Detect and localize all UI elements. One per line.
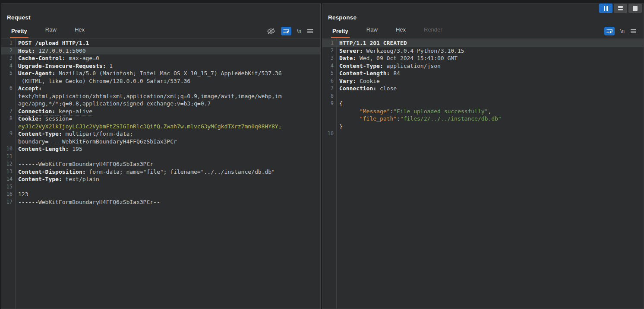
hide-eye-icon[interactable] [267,27,275,35]
response-panel: Response Pretty Raw Hex Render \n [322,3,644,309]
request-tab-hex[interactable]: Hex [73,26,86,38]
line-number: 17 [1,198,13,206]
code-text: Cookie: session= [13,115,72,123]
code-text: { [334,100,343,108]
repeater-workspace: Request Pretty Raw Hex [0,0,644,309]
code-text: Upgrade-Insecure-Requests: 1 [13,62,113,70]
code-row: "Message":"File uploaded successfully", [322,108,644,115]
code-row: "file_path":"files/2/../../instance/db.d… [322,115,644,123]
line-number: 1 [322,39,334,47]
line-number: 12 [1,160,13,168]
response-panel-header: Response Pretty Raw Hex Render \n [322,4,644,38]
code-row: 11 [1,153,320,161]
line-number: 13 [1,168,13,176]
line-number [322,123,334,131]
code-text: Server: Werkzeug/3.0.4 Python/3.10.15 [334,47,464,55]
request-title: Request [7,14,31,21]
code-row: 4Upgrade-Insecure-Requests: 1 [1,62,320,70]
response-tab-raw[interactable]: Raw [365,26,379,38]
line-number [1,100,13,108]
code-text: Connection: keep-alive [13,108,92,115]
code-row: 9Content-Type: multipart/form-data; [1,130,320,138]
code-row: 10 [322,130,644,138]
code-row: 8 [322,92,644,100]
line-number: 3 [1,54,13,62]
request-panel: Request Pretty Raw Hex [1,3,321,309]
code-text: Content-Length: 195 [13,145,82,153]
layout-controls [599,3,642,13]
line-number: 8 [322,92,334,100]
line-number: 2 [1,47,13,55]
code-text: age/apng,*/*;q=0.8,application/signed-ex… [13,100,211,108]
newline-toggle-icon[interactable]: \n [620,27,625,35]
newline-toggle-icon[interactable]: \n [297,27,301,35]
rows-layout-icon[interactable] [614,3,627,13]
code-row: 17------WebKitFormBoundaryH4FFQ6zSbIax3P… [1,198,320,206]
code-row: 8Cookie: session= [1,115,320,123]
code-row: 2Host: 127.0.0.1:5000 [1,47,320,55]
code-text: boundary=----WebKitFormBoundaryH4FFQ6zSb… [13,138,177,146]
code-text: Date: Wed, 09 Oct 2024 15:41:00 GMT [334,54,458,62]
response-tab-pretty[interactable]: Pretty [331,28,350,38]
code-text [13,183,18,191]
line-number: 3 [322,54,334,62]
line-number [1,92,13,100]
line-number [322,115,334,123]
line-number: 9 [322,100,334,108]
code-text: POST /upload HTTP/1.1 [13,39,89,47]
line-number [1,123,13,131]
editor-menu-icon[interactable] [630,27,637,35]
line-number: 6 [322,77,334,85]
code-row: 1POST /upload HTTP/1.1 [1,39,320,47]
response-tab-render: Render [423,26,444,38]
code-text: Content-Length: 84 [334,70,400,77]
code-text: 123 [13,191,28,198]
code-row: age/apng,*/*;q=0.8,application/signed-ex… [1,100,320,108]
code-row: 1HTTP/1.1 201 CREATED [322,39,644,47]
line-number: 1 [1,39,13,47]
line-number: 14 [1,175,13,183]
line-number: 7 [322,85,334,92]
request-tab-toolbar: \n [267,27,313,35]
line-number: 16 [1,191,13,198]
code-text: } [334,123,343,131]
code-text: (KHTML, like Gecko) Chrome/128.0.0.0 Saf… [13,77,190,85]
request-tab-pretty[interactable]: Pretty [10,28,28,38]
code-text [334,130,339,138]
response-tab-hex[interactable]: Hex [395,26,407,38]
code-text: "file_path":"files/2/../../instance/db.d… [334,115,502,123]
code-text: Accept: [13,85,42,92]
line-number [1,77,13,85]
line-number: 6 [1,85,13,92]
word-wrap-icon[interactable] [604,27,615,35]
code-text: Content-Type: multipart/form-data; [13,130,133,138]
request-panel-header: Request Pretty Raw Hex [1,4,320,38]
columns-layout-icon[interactable] [599,3,612,13]
single-layout-icon[interactable] [628,3,642,13]
code-row: text/html,application/xhtml+xml,applicat… [1,92,320,100]
response-editor[interactable]: 1HTTP/1.1 201 CREATED2Server: Werkzeug/3… [322,38,644,309]
code-text: Content-Disposition: form-data; name="fi… [13,168,275,176]
code-row: 3Date: Wed, 09 Oct 2024 15:41:00 GMT [322,54,644,62]
line-number: 8 [1,115,13,123]
line-number [322,108,334,115]
code-text [334,92,339,100]
code-text: Connection: close [334,85,397,92]
code-row: 6Vary: Cookie [322,77,644,85]
code-text: ------WebKitFormBoundaryH4FFQ6zSbIax3PCr… [13,198,160,206]
line-number: 15 [1,183,13,191]
line-number: 5 [322,70,334,77]
request-editor[interactable]: 1POST /upload HTTP/1.12Host: 127.0.0.1:5… [1,38,320,309]
editor-menu-icon[interactable] [307,27,313,35]
code-text: Content-Type: application/json [334,62,441,70]
word-wrap-icon[interactable] [281,27,291,35]
code-row: 7Connection: close [322,85,644,92]
code-row: 16123 [1,191,320,198]
code-text: HTTP/1.1 201 CREATED [334,39,407,47]
code-text: eyJ1c2VyX2lkIjoyLCJ1c2VybmFtZSI6InRlc3Qi… [13,123,281,131]
code-row: 6Accept: [1,85,320,92]
line-number: 4 [1,62,13,70]
code-text: ------WebKitFormBoundaryH4FFQ6zSbIax3PCr [13,160,153,168]
request-tab-raw[interactable]: Raw [44,26,58,38]
code-row: 9{ [322,100,644,108]
